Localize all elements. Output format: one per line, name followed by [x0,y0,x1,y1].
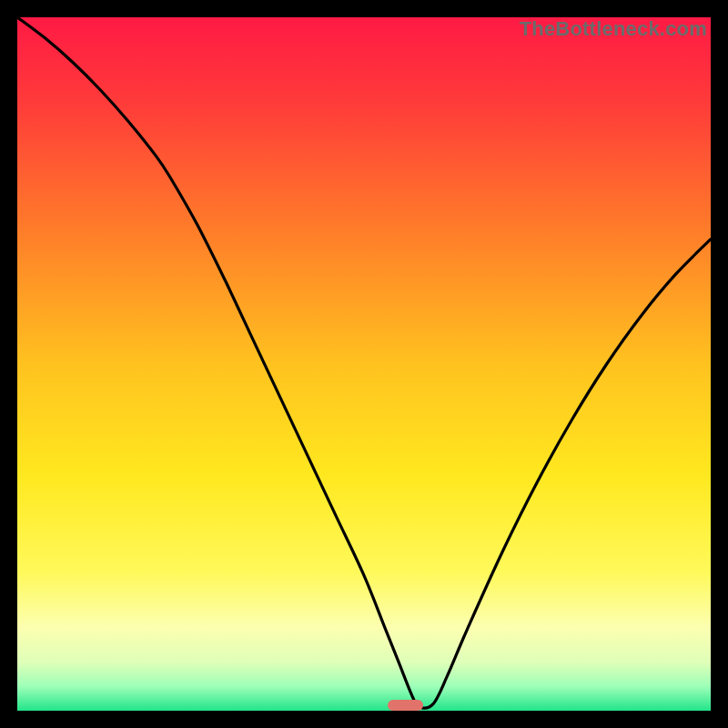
bottleneck-curve [17,17,711,711]
plot-area: TheBottleneck.com [17,17,711,711]
chart-frame: TheBottleneck.com [0,0,728,728]
current-position-marker [388,700,423,711]
